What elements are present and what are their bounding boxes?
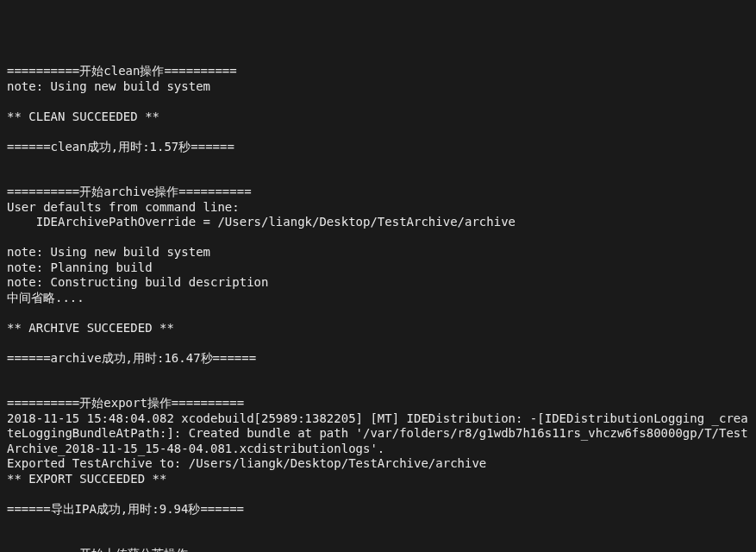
- terminal-output: ==========开始clean操作========== note: Usin…: [7, 64, 749, 552]
